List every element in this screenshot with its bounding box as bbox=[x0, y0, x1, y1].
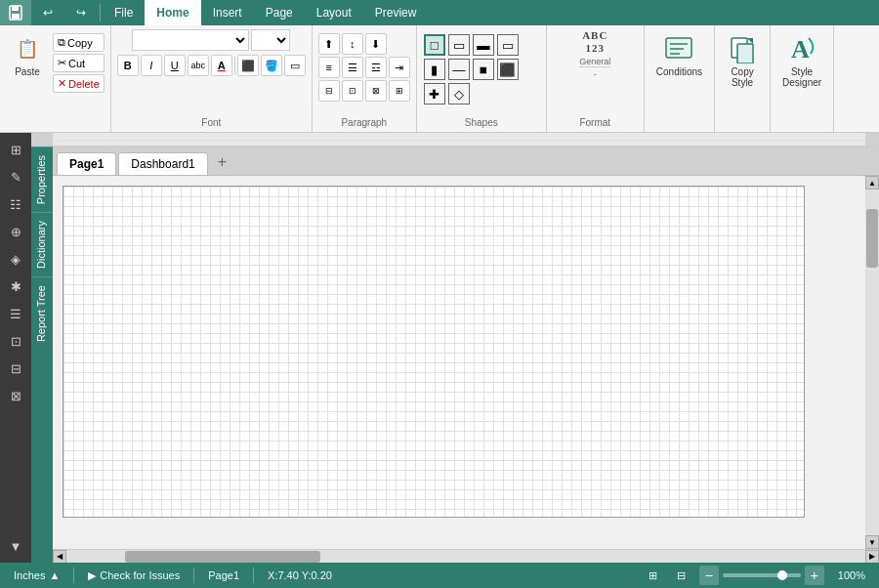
highlight-button[interactable]: ⬛ bbox=[237, 55, 259, 76]
horizontal-scrollbar[interactable]: ◀ ▶ bbox=[53, 549, 879, 563]
shape-rect-btn[interactable]: ▬ bbox=[473, 34, 494, 56]
page-tabs: Page1 Dashboard1 + bbox=[53, 147, 879, 176]
left-sidebar: ⊞ ✎ ☷ ⊕ ◈ ✱ ☰ ⊡ ⊟ ⊠ ▼ bbox=[0, 133, 31, 563]
border-color-button[interactable]: ▭ bbox=[284, 55, 306, 76]
delete-button[interactable]: ✕ Delete bbox=[53, 74, 105, 93]
page-tab-dashboard1[interactable]: Dashboard1 bbox=[118, 152, 207, 175]
sidebar-icon-2[interactable]: ☷ bbox=[3, 191, 28, 217]
data-section: ABC 123 General - Format bbox=[547, 25, 645, 132]
svg-rect-1 bbox=[12, 6, 19, 11]
font-family-select[interactable] bbox=[132, 29, 249, 51]
scroll-up-button[interactable]: ▲ bbox=[865, 176, 879, 189]
units-selector[interactable]: Inches ▲ bbox=[8, 569, 65, 581]
units-arrow-icon: ▲ bbox=[49, 569, 60, 581]
align-left-button[interactable]: ≡ bbox=[318, 57, 340, 78]
sidebar-icon-3[interactable]: ⊕ bbox=[3, 219, 28, 244]
zoom-out-button[interactable]: − bbox=[699, 566, 719, 585]
align-middle-button[interactable]: ↕ bbox=[342, 33, 363, 55]
shape-rounded-btn[interactable]: ▭ bbox=[448, 34, 470, 56]
sidebar-icon-5[interactable]: ✱ bbox=[3, 273, 28, 299]
shape-wide-btn[interactable]: ▭ bbox=[497, 34, 519, 56]
bold-button[interactable]: B bbox=[117, 55, 139, 76]
redo-button[interactable]: ↪ bbox=[64, 0, 98, 25]
add-page-button[interactable]: + bbox=[210, 149, 234, 175]
shape-tall-btn[interactable]: ▮ bbox=[424, 59, 445, 80]
indent-button[interactable]: ⇥ bbox=[389, 57, 410, 78]
sidebar-icon-8[interactable]: ⊟ bbox=[3, 356, 28, 381]
strikethrough-button[interactable]: abc bbox=[188, 55, 209, 76]
horizontal-ruler bbox=[53, 133, 865, 147]
fill-color-button[interactable]: 🪣 bbox=[261, 55, 282, 76]
zoom-in-button[interactable]: + bbox=[805, 566, 824, 585]
shape-cross-btn[interactable]: ✚ bbox=[424, 83, 445, 105]
shape-square-btn[interactable]: □ bbox=[424, 34, 445, 56]
sidebar-icon-bottom[interactable]: ▼ bbox=[3, 533, 28, 559]
scroll-thumb-h[interactable] bbox=[125, 551, 320, 563]
format-extra4[interactable]: ⊞ bbox=[389, 80, 410, 102]
copy-button[interactable]: ⧉ Copy bbox=[53, 33, 105, 52]
shape-diamond-btn[interactable]: ◇ bbox=[448, 83, 470, 105]
sidebar-icon-7[interactable]: ⊡ bbox=[3, 328, 28, 354]
sidebar-icon-4[interactable]: ◈ bbox=[3, 246, 28, 272]
align-top-button[interactable]: ⬆ bbox=[318, 33, 340, 55]
sidebar-icon-6[interactable]: ☰ bbox=[3, 301, 28, 326]
sidebar-icon-0[interactable]: ⊞ bbox=[3, 137, 28, 162]
status-divider-3 bbox=[253, 567, 254, 583]
menu-file[interactable]: File bbox=[103, 0, 145, 25]
save-button[interactable] bbox=[0, 0, 31, 25]
coordinates-label: X:7.40 Y:0.20 bbox=[268, 569, 332, 581]
zoom-percent-display: 100% bbox=[832, 569, 871, 581]
format-extra2[interactable]: ⊡ bbox=[342, 80, 363, 102]
play-icon: ▶ bbox=[88, 569, 96, 582]
svg-rect-8 bbox=[737, 44, 753, 63]
scroll-down-button[interactable]: ▼ bbox=[865, 535, 879, 549]
fit-page-button[interactable]: ⊞ bbox=[643, 569, 663, 582]
align-bottom-button[interactable]: ⬇ bbox=[365, 33, 387, 55]
scroll-thumb-v[interactable] bbox=[866, 209, 878, 268]
paste-button[interactable]: 📋 Paste bbox=[6, 29, 49, 81]
font-label: Font bbox=[201, 115, 221, 128]
vtab-dictionary[interactable]: Dictionary bbox=[31, 212, 53, 276]
align-center-button[interactable]: ☰ bbox=[342, 57, 363, 78]
format-extra3[interactable]: ⊠ bbox=[365, 80, 387, 102]
zoom-slider[interactable] bbox=[723, 573, 801, 577]
align-right-button[interactable]: ☲ bbox=[365, 57, 387, 78]
conditions-button[interactable]: Conditions bbox=[650, 29, 708, 81]
shape-fill-rd-btn[interactable]: ⬛ bbox=[497, 59, 519, 80]
canvas-area[interactable] bbox=[53, 176, 865, 549]
vtab-report-tree[interactable]: Report Tree bbox=[31, 276, 53, 350]
scroll-right-button[interactable]: ▶ bbox=[865, 550, 879, 564]
undo-button[interactable]: ↩ bbox=[31, 0, 64, 25]
vertical-scrollbar[interactable]: ▲ ▼ bbox=[865, 176, 879, 549]
scroll-left-button[interactable]: ◀ bbox=[53, 550, 66, 564]
ruler-row bbox=[31, 133, 879, 147]
menu-bar: ↩ ↪ File Home Insert Page Layout Preview bbox=[0, 0, 879, 25]
style-designer-section: A Style Designer bbox=[771, 25, 834, 132]
sidebar-icon-1[interactable]: ✎ bbox=[3, 164, 28, 189]
italic-button[interactable]: I bbox=[141, 55, 162, 76]
menu-home[interactable]: Home bbox=[145, 0, 200, 25]
menu-layout[interactable]: Layout bbox=[305, 0, 363, 25]
copy-style-button[interactable]: Copy Style bbox=[721, 29, 764, 92]
underline-button[interactable]: U bbox=[164, 55, 186, 76]
svg-text:A: A bbox=[791, 35, 810, 63]
menu-page[interactable]: Page bbox=[254, 0, 305, 25]
shape-fill-sq-btn[interactable]: ■ bbox=[473, 59, 494, 80]
fill-icon: 🪣 bbox=[265, 60, 278, 72]
page-tab-page1[interactable]: Page1 bbox=[57, 152, 116, 175]
font-color-button[interactable]: A bbox=[211, 55, 232, 76]
menu-preview[interactable]: Preview bbox=[363, 0, 429, 25]
ruler-corner bbox=[31, 133, 53, 147]
vtab-properties[interactable]: Properties bbox=[31, 147, 53, 212]
check-issues-button[interactable]: ▶ Check for Issues bbox=[82, 569, 186, 582]
fit-width-button[interactable]: ⊟ bbox=[671, 569, 691, 582]
status-divider-1 bbox=[73, 567, 74, 583]
zoom-slider-thumb[interactable] bbox=[777, 570, 787, 580]
menu-insert[interactable]: Insert bbox=[201, 0, 254, 25]
shape-line-btn[interactable]: — bbox=[448, 59, 470, 80]
font-size-select[interactable] bbox=[251, 29, 290, 51]
sidebar-icon-9[interactable]: ⊠ bbox=[3, 383, 28, 408]
format-extra1[interactable]: ⊟ bbox=[318, 80, 340, 102]
cut-button[interactable]: ✂ Cut bbox=[53, 54, 105, 72]
style-designer-button[interactable]: A Style Designer bbox=[776, 29, 827, 92]
